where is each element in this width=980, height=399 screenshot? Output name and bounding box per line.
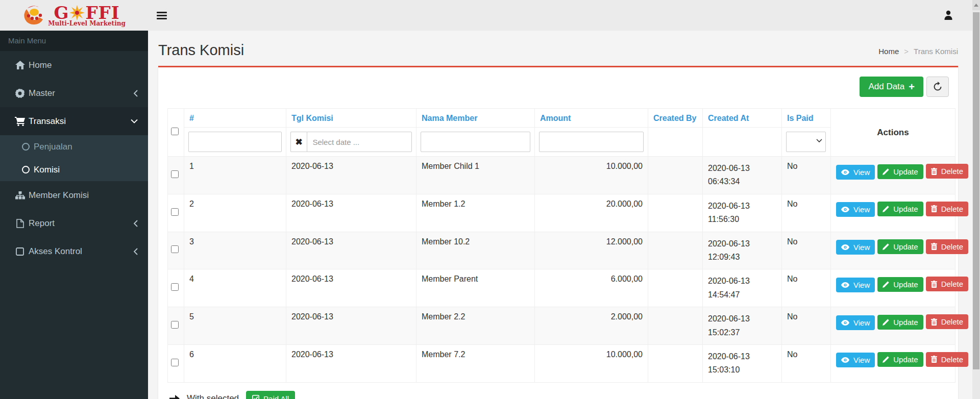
cell-amount: 20.000,00 [535, 194, 648, 232]
cell-tgl: 2020-06-13 [286, 194, 416, 232]
chevron-left-icon [133, 220, 138, 227]
col-header-is-paid[interactable]: Is Paid [782, 109, 831, 128]
update-button[interactable]: Update [877, 315, 923, 330]
row-checkbox[interactable] [171, 283, 179, 291]
filter-ispaid-select[interactable] [786, 132, 826, 152]
filter-ispaid-cell [782, 128, 831, 157]
chevron-left-icon [133, 90, 138, 97]
sidebar-item-master[interactable]: Master [0, 79, 148, 107]
sidebar-item-komisi[interactable]: Komisi [0, 158, 148, 181]
sidebar-item-home[interactable]: Home [0, 51, 148, 79]
row-checkbox[interactable] [171, 359, 179, 366]
vertical-scrollbar[interactable] [972, 0, 980, 399]
brand-tagline: Multi-Level Marketing [48, 20, 126, 27]
update-button[interactable]: Update [877, 352, 923, 367]
col-header-tgl-komisi[interactable]: Tgl Komisi [286, 109, 416, 128]
cell-amount: 10.000,00 [535, 344, 648, 382]
breadcrumb-home-link[interactable]: Home [878, 47, 899, 56]
check-square-icon [252, 395, 259, 399]
update-button[interactable]: Update [877, 239, 923, 254]
scroll-up-button[interactable] [972, 0, 980, 10]
delete-button[interactable]: Delete [926, 277, 968, 291]
filter-num-input[interactable] [188, 132, 282, 152]
view-button[interactable]: View [836, 165, 875, 180]
view-button[interactable]: View [836, 202, 875, 217]
square-o-icon [11, 247, 29, 256]
sidebar-item-akses-kontrol[interactable]: Akses Kontrol [0, 237, 148, 265]
cell-created-by [648, 344, 703, 382]
home-icon [11, 61, 29, 69]
trash-icon [931, 318, 937, 326]
view-button[interactable]: View [836, 315, 875, 330]
cell-amount: 10.000,00 [535, 157, 648, 194]
row-checkbox[interactable] [171, 170, 179, 178]
clear-date-button[interactable]: ✖ [290, 132, 307, 152]
col-header-created-at[interactable]: Created At [703, 109, 782, 128]
filter-member-input[interactable] [421, 132, 530, 152]
sidebar-item-report[interactable]: Report [0, 209, 148, 237]
eye-icon [841, 282, 849, 288]
cell-is-paid: No [782, 269, 831, 307]
cell-member: Member Child 1 [416, 157, 535, 194]
filter-date-input[interactable] [307, 132, 412, 152]
pencil-icon [883, 206, 889, 212]
cell-created-by [648, 307, 703, 345]
col-header-nama-member[interactable]: Nama Member [416, 109, 535, 128]
pencil-icon [883, 281, 889, 288]
add-data-button[interactable]: Add Data + [860, 77, 923, 97]
sidebar-item-member-komisi[interactable]: Member Komisi [0, 181, 148, 209]
filter-amount-cell [535, 128, 648, 157]
star-icon [69, 5, 85, 20]
eye-icon [841, 357, 849, 363]
col-header-actions: Actions [831, 109, 955, 157]
sidebar-item-label: Master [29, 88, 55, 98]
transaksi-submenu: Penjualan Komisi [0, 135, 148, 181]
pencil-icon [883, 243, 889, 250]
update-button[interactable]: Update [877, 164, 923, 179]
cell-amount: 2.000,00 [535, 307, 648, 345]
delete-button[interactable]: Delete [926, 239, 968, 254]
view-button[interactable]: View [836, 353, 875, 367]
delete-button[interactable]: Delete [926, 164, 968, 179]
chevron-left-icon [133, 248, 138, 255]
komisi-table: # Tgl Komisi Nama Member Amount Created … [167, 108, 955, 383]
user-menu-button[interactable] [940, 7, 957, 23]
pencil-icon [883, 319, 889, 326]
circle-o-icon [17, 143, 34, 151]
col-header-num[interactable]: # [184, 109, 286, 128]
cell-member: Member 7.2 [416, 344, 535, 382]
view-button[interactable]: View [836, 240, 875, 255]
file-icon [11, 219, 29, 228]
cell-member: Member 2.2 [416, 307, 535, 345]
cell-created-by [648, 269, 703, 307]
cell-is-paid: No [782, 307, 831, 345]
refresh-button[interactable] [926, 77, 949, 97]
update-button[interactable]: Update [877, 202, 923, 216]
sidebar-item-label: Transaksi [29, 116, 66, 127]
row-checkbox[interactable] [171, 245, 179, 253]
view-button[interactable]: View [836, 278, 875, 292]
sidebar-toggle-button[interactable] [153, 7, 170, 23]
sidebar-item-penjualan[interactable]: Penjualan [0, 135, 148, 158]
table-panel: Add Data + [158, 66, 958, 399]
table-row: 4 2020-06-13 Member Parent 6.000,00 2020… [168, 269, 955, 307]
sidebar-item-transaksi[interactable]: Transaksi [0, 107, 148, 135]
delete-button[interactable]: Delete [926, 202, 968, 216]
scrollbar-thumb[interactable] [973, 12, 979, 369]
delete-button[interactable]: Delete [926, 352, 968, 367]
update-button[interactable]: Update [877, 277, 923, 292]
paid-all-button[interactable]: Paid All [246, 391, 295, 399]
brand-logo[interactable]: G [0, 0, 148, 31]
trash-icon [931, 281, 937, 288]
pencil-icon [883, 356, 889, 363]
filter-amount-input[interactable] [539, 132, 644, 152]
delete-button[interactable]: Delete [926, 314, 968, 329]
cell-tgl: 2020-06-13 [286, 307, 416, 345]
col-header-created-by[interactable]: Created By [648, 109, 703, 128]
row-checkbox[interactable] [171, 321, 179, 329]
row-checkbox[interactable] [171, 208, 179, 216]
select-all-checkbox[interactable] [171, 128, 179, 135]
sidebar-item-label: Member Komisi [29, 190, 89, 201]
col-header-amount[interactable]: Amount [535, 109, 648, 128]
breadcrumb-current: Trans Komisi [914, 47, 958, 56]
